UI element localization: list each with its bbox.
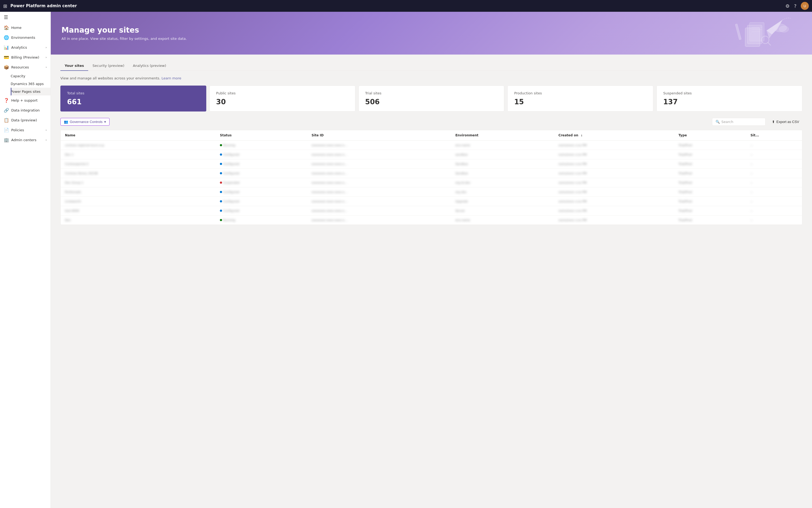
- governance-icon: 👥: [64, 120, 68, 124]
- sidebar-item-resources-label: Resources: [11, 65, 29, 69]
- hero-illustration: [721, 14, 796, 52]
- help-icon[interactable]: ?: [794, 3, 797, 9]
- cell-environment: sandbox: [451, 150, 554, 159]
- learn-more-link[interactable]: Learn more: [161, 76, 181, 80]
- table-row[interactable]: Lindsworth Configured xxxxxxxx-xxxx-xxxx…: [61, 197, 802, 206]
- chevron-up-icon: ›: [44, 67, 48, 68]
- search-box[interactable]: 🔍 Search: [712, 118, 765, 126]
- governance-controls-button[interactable]: 👥 Governance Controls ▾: [60, 118, 109, 126]
- search-icon: 🔍: [716, 120, 720, 124]
- col-environment[interactable]: Environment: [451, 130, 554, 141]
- cell-type: Trial/Prod: [674, 159, 746, 169]
- sidebar-item-home[interactable]: 🏠 Home: [0, 23, 50, 33]
- status-dot: [220, 144, 222, 146]
- status-label: Configured: [223, 172, 239, 175]
- data-integration-icon: 🔗: [4, 108, 8, 113]
- cell-environment: Sandbox: [451, 169, 554, 178]
- table-row[interactable]: Contosoportal-2 Configured xxxxxxxx-xxxx…: [61, 159, 802, 169]
- sites-table: Name Status Site ID Environment Created …: [61, 130, 802, 224]
- sidebar-item-powerpages[interactable]: Power Pages sites: [11, 88, 50, 95]
- tab-your-sites[interactable]: Your sites: [60, 61, 88, 71]
- svg-point-10: [779, 26, 789, 32]
- cell-type: Trial/Prod: [674, 141, 746, 150]
- stat-public-sites-value: 30: [216, 98, 349, 106]
- table-row[interactable]: Dev 1 Configured xxxxxxxx-xxxx-xxxx-x...…: [61, 150, 802, 159]
- cell-site-extra: --: [746, 150, 802, 159]
- sidebar-item-policies[interactable]: 📄 Policies ›: [0, 125, 50, 135]
- cell-status: Configured: [216, 187, 307, 197]
- status-label: Configured: [223, 190, 239, 194]
- cell-status: Configured: [216, 197, 307, 206]
- cell-site-id: xxxxxxxx-xxxx-xxxx-x...: [307, 150, 451, 159]
- sidebar-item-capacity[interactable]: Capacity: [11, 72, 50, 80]
- sidebar-item-data-preview[interactable]: 📋 Data (preview): [0, 115, 50, 125]
- export-label: Export as CSV: [776, 120, 799, 124]
- cell-status: Running: [216, 215, 307, 225]
- col-name[interactable]: Name: [61, 130, 216, 141]
- data-preview-icon: 📋: [4, 118, 8, 123]
- cell-name: Dev Group 1: [61, 178, 216, 187]
- cell-type: Trial/Prod: [674, 178, 746, 187]
- sort-icon: ↓: [580, 134, 582, 137]
- cell-created-on: xx/xx/xxxx x:xx PM: [554, 215, 674, 225]
- table-row[interactable]: contoso-regional-tours-a-g Running xxxxx…: [61, 141, 802, 150]
- cell-name: Dev: [61, 215, 216, 225]
- content-area: Your sites Security (preview) Analytics …: [51, 54, 812, 231]
- sidebar-item-data-integration[interactable]: 🔗 Data integration: [0, 105, 50, 115]
- cell-created-on: xx/xx/xxxx x:xx PM: [554, 178, 674, 187]
- page-title: Manage your sites: [61, 26, 801, 35]
- sidebar-item-billing[interactable]: 💳 Billing (Preview) ›: [0, 52, 50, 62]
- sidebar-item-powerpages-label: Power Pages sites: [11, 90, 41, 94]
- sidebar-item-dynamics365[interactable]: Dynamics 365 apps: [11, 80, 50, 88]
- sidebar-item-resources[interactable]: 📦 Resources ›: [0, 62, 50, 72]
- cell-site-id: xxxxxxxx-xxxx-xxxx-x...: [307, 187, 451, 197]
- cell-status: Running: [216, 141, 307, 150]
- table-row[interactable]: test-0000 Configured xxxxxxxx-xxxx-xxxx-…: [61, 206, 802, 215]
- col-site[interactable]: Sit...: [746, 130, 802, 141]
- sidebar-item-analytics[interactable]: 📊 Analytics ›: [0, 43, 50, 52]
- sidebar-item-environments[interactable]: 🌐 Environments: [0, 33, 50, 43]
- cell-site-id: xxxxxxxx-xxxx-xxxx-x...: [307, 141, 451, 150]
- sidebar-hamburger[interactable]: ☰: [0, 12, 50, 23]
- cell-created-on: xx/xx/xxxx x:xx PM: [554, 159, 674, 169]
- svg-rect-8: [735, 24, 741, 40]
- cell-created-on: xx/xx/xxxx x:xx PM: [554, 206, 674, 215]
- stat-trial-sites: Trial sites 506: [359, 86, 505, 112]
- cell-site-extra: --: [746, 141, 802, 150]
- cell-site-extra: --: [746, 187, 802, 197]
- stat-total-sites: Total sites 661: [60, 86, 206, 112]
- topbar-actions: ⚙ ? U: [785, 2, 809, 10]
- cell-name: Lindsworth: [61, 197, 216, 206]
- sidebar-item-help-label: Help + support: [11, 98, 38, 102]
- sidebar-item-help[interactable]: ❓ Help + support: [0, 95, 50, 105]
- cell-created-on: xx/xx/xxxx x:xx PM: [554, 187, 674, 197]
- avatar[interactable]: U: [801, 2, 809, 10]
- col-type[interactable]: Type: [674, 130, 746, 141]
- hero-banner: Manage your sites All in one place. View…: [51, 12, 812, 54]
- table-row[interactable]: Contoso library 2023B Configured xxxxxxx…: [61, 169, 802, 178]
- col-created-on[interactable]: Created on ↓: [554, 130, 674, 141]
- waffle-icon[interactable]: ⊞: [3, 3, 7, 9]
- cell-environment: org dev: [451, 187, 554, 197]
- settings-icon[interactable]: ⚙: [785, 3, 790, 9]
- table-row[interactable]: Dev Running xxxxxxxx-xxxx-xxxx-x...env-n…: [61, 215, 802, 225]
- stats-row: Total sites 661 Public sites 30 Trial si…: [60, 86, 802, 112]
- stat-trial-sites-label: Trial sites: [365, 91, 498, 95]
- cell-type: Trial/Prod: [674, 197, 746, 206]
- sidebar-item-dynamics365-label: Dynamics 365 apps: [11, 82, 44, 86]
- sidebar-item-admin-centers[interactable]: 🏢 Admin centers ›: [0, 135, 50, 145]
- cell-site-extra: --: [746, 159, 802, 169]
- cell-type: Trial/Prod: [674, 215, 746, 225]
- col-status[interactable]: Status: [216, 130, 307, 141]
- cell-status: Configured: [216, 159, 307, 169]
- table-row[interactable]: Dev Group 1 Suspended xxxxxxxx-xxxx-xxxx…: [61, 178, 802, 187]
- cell-name: Dev 1: [61, 150, 216, 159]
- col-site-id[interactable]: Site ID: [307, 130, 451, 141]
- cell-environment: env-name: [451, 141, 554, 150]
- stat-public-sites-label: Public sites: [216, 91, 349, 95]
- export-csv-button[interactable]: ⬆ Export as CSV: [769, 118, 802, 125]
- table-row[interactable]: Porttonado Configured xxxxxxxx-xxxx-xxxx…: [61, 187, 802, 197]
- tab-analytics[interactable]: Analytics (preview): [129, 61, 171, 71]
- tab-security[interactable]: Security (preview): [88, 61, 129, 71]
- status-dot: [220, 181, 222, 184]
